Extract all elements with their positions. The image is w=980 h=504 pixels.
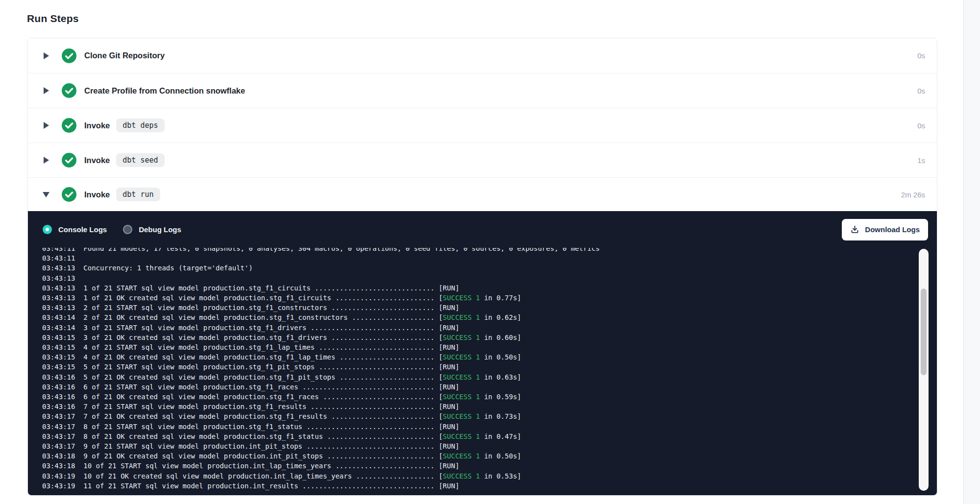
- console-header: Console Logs Debug Logs Download Logs: [28, 211, 937, 248]
- step-label: Clone Git Repository: [84, 51, 165, 60]
- console-scrollbar-track[interactable]: [919, 249, 929, 491]
- step-row-create-profile[interactable]: Create Profile from Connection snowflake…: [28, 73, 937, 108]
- log-line: 03:43:15 4 of 21 START sql view model pr…: [42, 342, 937, 352]
- download-logs-button[interactable]: Download Logs: [842, 219, 928, 240]
- log-line: 03:43:16 7 of 21 START sql view model pr…: [42, 402, 937, 411]
- log-line: 03:43:14 3 of 21 START sql view model pr…: [42, 323, 937, 333]
- page-scroll-gutter: [963, 0, 980, 504]
- chevron-right-icon[interactable]: [43, 52, 49, 59]
- log-line: 03:43:11 Found 21 models, 17 tests, 0 sn…: [42, 248, 937, 253]
- status-success-icon: [62, 187, 76, 202]
- log-line: 03:43:17 9 of 21 START sql view model pr…: [42, 441, 937, 451]
- log-console: Console Logs Debug Logs Download Logs 03…: [28, 211, 937, 495]
- log-line: 03:43:16 6 of 21 OK created sql view mod…: [42, 392, 937, 402]
- radio-selected-icon[interactable]: [43, 225, 52, 234]
- chevron-right-icon[interactable]: [43, 157, 49, 164]
- step-row-invoke-dbt-run[interactable]: Invoke dbt run 2m 26s: [28, 177, 937, 211]
- log-line: 03:43:16 6 of 21 START sql view model pr…: [42, 382, 937, 392]
- log-line: 03:43:11: [42, 253, 937, 263]
- log-line: 03:43:18 10 of 21 START sql view model p…: [42, 461, 937, 471]
- status-success-icon: [62, 83, 76, 98]
- step-command-badge: dbt run: [116, 188, 160, 201]
- log-line: 03:43:15 5 of 21 START sql view model pr…: [42, 362, 937, 372]
- console-logs-radio[interactable]: Console Logs: [43, 225, 107, 234]
- console-log-area: 03:43:11 Found 21 models, 17 tests, 0 sn…: [28, 248, 937, 495]
- radio-unselected-icon[interactable]: [123, 225, 132, 234]
- step-duration: 0s: [917, 121, 925, 130]
- step-duration: 1s: [917, 156, 925, 165]
- log-line: 03:43:13: [42, 273, 937, 283]
- log-line: 03:43:17 7 of 21 OK created sql view mod…: [42, 411, 937, 421]
- log-line: 03:43:13 2 of 21 START sql view model pr…: [42, 303, 937, 312]
- download-logs-label: Download Logs: [865, 225, 920, 234]
- step-label: Invoke: [84, 156, 110, 165]
- console-logs-label: Console Logs: [58, 225, 107, 234]
- step-command-badge: dbt deps: [116, 119, 164, 132]
- log-line: 03:43:13 Concurrency: 1 threads (target=…: [42, 263, 937, 273]
- step-label: Invoke: [84, 121, 110, 130]
- debug-logs-label: Debug Logs: [139, 225, 181, 234]
- status-success-icon: [62, 48, 76, 63]
- step-row-invoke-dbt-deps[interactable]: Invoke dbt deps 0s: [28, 108, 937, 143]
- log-line: 03:43:14 2 of 21 OK created sql view mod…: [42, 312, 937, 322]
- log-line: 03:43:13 1 of 21 OK created sql view mod…: [42, 293, 937, 303]
- page-title: Run Steps: [27, 13, 79, 24]
- log-line: 03:43:19 10 of 21 OK created sql view mo…: [42, 471, 937, 481]
- log-line: 03:43:18 9 of 21 OK created sql view mod…: [42, 451, 937, 461]
- chevron-right-icon[interactable]: [43, 87, 49, 94]
- step-duration: 2m 26s: [901, 191, 925, 199]
- step-label: Create Profile from Connection snowflake: [84, 86, 245, 96]
- chevron-right-icon[interactable]: [43, 122, 49, 129]
- run-steps-card: Clone Git Repository 0s Create Profile f…: [27, 38, 937, 496]
- step-duration: 0s: [917, 51, 925, 60]
- debug-logs-radio[interactable]: Debug Logs: [123, 225, 181, 234]
- log-line: 03:43:17 8 of 21 OK created sql view mod…: [42, 432, 937, 441]
- log-line: 03:43:16 5 of 21 OK created sql view mod…: [42, 372, 937, 382]
- status-success-icon: [62, 118, 76, 133]
- step-label: Invoke: [84, 190, 110, 199]
- download-icon: [850, 225, 859, 234]
- log-output: 03:43:11 Found 21 models, 17 tests, 0 sn…: [42, 248, 937, 491]
- chevron-down-icon[interactable]: [43, 192, 49, 197]
- log-line: 03:43:17 8 of 21 START sql view model pr…: [42, 422, 937, 432]
- log-line: 03:43:19 11 of 21 START sql view model p…: [42, 481, 937, 491]
- step-row-invoke-dbt-seed[interactable]: Invoke dbt seed 1s: [28, 143, 937, 177]
- status-success-icon: [62, 153, 76, 168]
- console-scrollbar-thumb[interactable]: [921, 288, 927, 375]
- step-row-clone-git-repository[interactable]: Clone Git Repository 0s: [28, 38, 937, 73]
- step-duration: 0s: [917, 87, 925, 95]
- log-line: 03:43:15 4 of 21 OK created sql view mod…: [42, 352, 937, 362]
- log-line: 03:43:13 1 of 21 START sql view model pr…: [42, 283, 937, 293]
- log-line: 03:43:15 3 of 21 OK created sql view mod…: [42, 333, 937, 342]
- step-command-badge: dbt seed: [116, 153, 164, 167]
